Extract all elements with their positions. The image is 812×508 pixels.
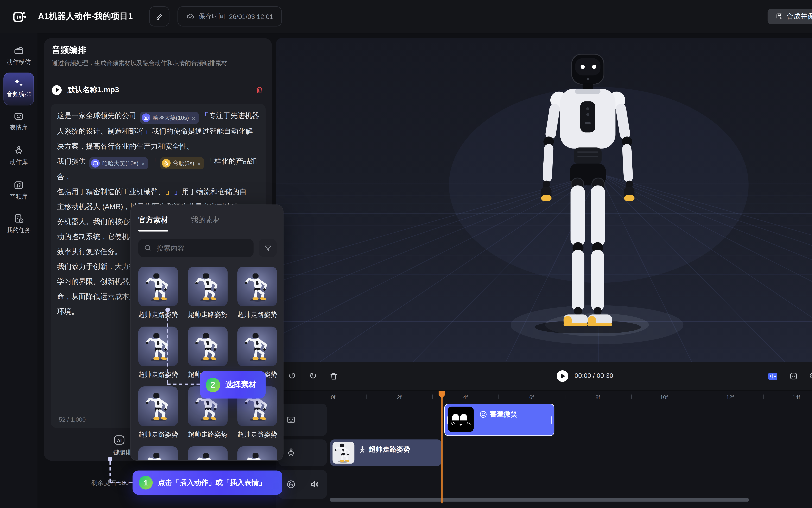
guide-step-2-number: 2 (206, 378, 220, 392)
bracket-mark: 」 (144, 127, 152, 135)
playback-control-bar: ↺ ↻ 00:00 / 00:30 (276, 362, 812, 390)
script-text: 环境。 (57, 307, 79, 316)
sidebar-item-label: 音频库 (10, 193, 28, 201)
guide-step-1-text: 点击「插入动作」或「插入表情」 (158, 478, 266, 488)
cloud-save-icon (186, 12, 195, 21)
rename-button[interactable] (149, 6, 169, 27)
tag-star-icon (162, 159, 170, 168)
zoom-out-button[interactable] (807, 370, 812, 382)
app-root: A1机器人动作-我的项目1 保存时间 26/01/03 12:01 合成并保存 (0, 0, 812, 508)
guide-step-2-text: 选择素材 (225, 379, 256, 390)
material-thumbnail (237, 446, 277, 461)
sidebar-item-expression-lib[interactable]: 表情库 (0, 111, 38, 132)
expression-clip[interactable]: 害羞微笑 (444, 404, 555, 436)
material-item-label: 超帅走路姿势 (188, 310, 228, 319)
guide-line-2-vertical (167, 312, 168, 383)
guide-dot-2 (165, 307, 170, 312)
filter-button[interactable] (259, 239, 277, 257)
material-picker-popup: 官方素材 我的素材 超帅走路姿势...超帅走路姿势超帅走路姿势超帅走路姿势超帅走… (130, 205, 284, 461)
tag-label: 弯腰(5s) (173, 156, 194, 171)
guide-step-1-number: 1 (139, 476, 153, 490)
panel-title: 音频编排 (52, 45, 86, 56)
delete-audio-icon[interactable] (255, 85, 264, 94)
tag-close-icon[interactable]: × (192, 110, 195, 125)
material-item[interactable]: 超帅走路姿势 (138, 446, 178, 461)
bracket-mark: 」 (165, 188, 173, 196)
fit-timeline-button[interactable] (767, 370, 778, 382)
synthesize-save-button[interactable]: 合成并保存 (768, 9, 812, 24)
material-item[interactable]: 超帅走路姿势 (237, 446, 277, 461)
tab-my-materials[interactable]: 我的素材 (191, 215, 221, 225)
tab-official-materials[interactable]: 官方素材 (138, 215, 168, 225)
motion-clip[interactable]: 超帅走路姿势 (330, 439, 441, 466)
play-button[interactable] (557, 370, 568, 382)
timeline: 0f2f4f6f8f10f12f14f16f (276, 390, 812, 508)
person-icon (13, 145, 24, 156)
search-input[interactable] (156, 243, 244, 253)
redo-button[interactable]: ↻ (307, 370, 319, 382)
speaker-icon[interactable] (310, 479, 320, 490)
script-text: 用于物流和仓储的自 (182, 188, 247, 196)
music-icon (13, 180, 24, 190)
expression-track-header (278, 404, 327, 436)
sidebar-item-motion-mimic[interactable]: 动作模仿 (0, 45, 38, 66)
voice-track-icon (286, 479, 296, 490)
material-item[interactable]: 超帅走路姿势 (237, 267, 277, 319)
audio-play-button[interactable] (52, 85, 62, 95)
material-item[interactable]: 超帅走路姿势... (138, 267, 178, 319)
material-thumbnail (188, 446, 228, 461)
timeline-scrollbar[interactable] (330, 498, 749, 502)
material-item[interactable]: 超帅走路姿势 (138, 386, 178, 439)
robot-model[interactable] (513, 51, 663, 333)
sidebar-item-audio-arrange[interactable]: 音频编排 (0, 77, 38, 98)
expression-clip-thumb (448, 407, 474, 432)
zoom-out-icon (809, 372, 812, 381)
clip-left-handle[interactable] (447, 417, 448, 424)
clapper-icon (13, 45, 24, 56)
material-search[interactable] (138, 239, 254, 257)
undo-button[interactable]: ↺ (286, 370, 298, 382)
tasks-icon (13, 213, 24, 224)
material-item-label: 超帅走路姿势 (237, 430, 277, 439)
tag-close-icon[interactable]: × (141, 156, 145, 171)
ai-arrange-button[interactable]: AI 一键编排 (104, 434, 134, 457)
viewport-3d[interactable]: Z X Y (276, 38, 812, 362)
frame-view-button[interactable] (788, 370, 799, 382)
script-text: 效率执行复杂任务。 (57, 248, 122, 256)
material-thumbnail (188, 327, 228, 366)
expression-tag[interactable]: 哈哈大笑(10s)× (90, 157, 149, 169)
pencil-icon (155, 12, 163, 21)
frame-icon (789, 372, 798, 381)
panel-description: 通过音频处理，生成音频素材以及融合动作和表情的音频编排素材 (52, 59, 265, 67)
ai-badge-icon: AI (113, 434, 126, 446)
sidebar: 动作模仿 音频编排 表情库 动作库 (0, 33, 38, 508)
motion-tag[interactable]: 弯腰(5s)× (160, 157, 204, 169)
top-bar: A1机器人动作-我的项目1 保存时间 26/01/03 12:01 合成并保存 (0, 0, 812, 34)
project-title: A1机器人动作-我的项目1 (38, 11, 133, 22)
script-text: 我们提供 (57, 157, 88, 165)
timeline-lane: 害羞微笑 超帅走路姿势 (329, 391, 812, 508)
sidebar-item-label: 表情库 (10, 124, 28, 132)
material-item[interactable]: 超帅走路姿势 (188, 446, 228, 461)
sidebar-item-my-tasks[interactable]: 我的任务 (0, 213, 38, 235)
audio-file-row: 默认名称1.mp3 (52, 83, 264, 97)
tag-close-icon[interactable]: × (197, 156, 201, 171)
bracket-mark: 」 (173, 188, 182, 196)
sparkle-icon (13, 77, 24, 88)
sidebar-item-motion-lib[interactable]: 动作库 (0, 145, 38, 166)
script-text: 这是一家全球领先的公司 (57, 112, 138, 120)
sidebar-item-audio-lib[interactable]: 音频库 (0, 180, 38, 201)
bracket-mark: 「 (150, 157, 158, 165)
clip-right-handle[interactable] (551, 417, 552, 424)
guide-step-2-tooltip: 2 选择素材 (200, 371, 266, 398)
material-item[interactable]: 超帅走路姿势 (188, 267, 228, 319)
sidebar-item-label: 动作库 (10, 158, 28, 167)
material-thumbnail (138, 446, 178, 461)
delete-clip-button[interactable] (328, 370, 339, 382)
material-item[interactable]: 超帅走路姿势 (138, 327, 178, 379)
char-counter: 52 / 1,000 (59, 416, 86, 423)
guide-line-1-horizontal (110, 482, 132, 483)
save-time-value: 26/01/03 12:01 (229, 13, 273, 20)
robot-face-icon (13, 111, 24, 121)
expression-tag[interactable]: 哈哈大笑(10s)× (140, 112, 199, 124)
